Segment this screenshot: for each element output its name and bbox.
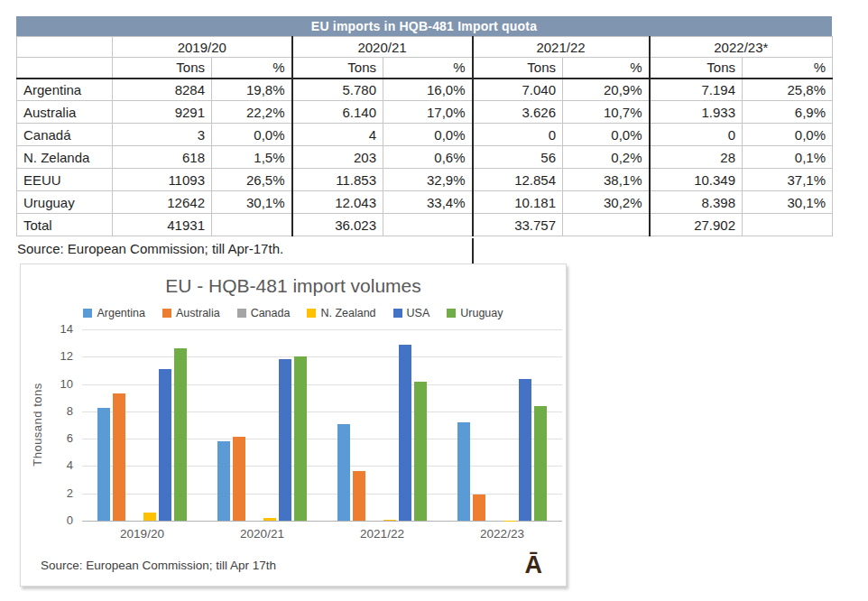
percent-cell: 30,1% — [212, 191, 292, 214]
row-label: Argentina — [17, 79, 113, 101]
tons-cell: 28 — [650, 146, 743, 169]
tons-header: Tons — [292, 58, 383, 79]
y-tick-label: 6 — [42, 431, 73, 445]
y-tick-label: 4 — [42, 458, 73, 472]
gridline — [82, 494, 562, 495]
gridline — [82, 329, 562, 330]
table-row-canad: Canadá30,0%40,0%00,0%00,0% — [17, 124, 833, 146]
legend-swatch-icon — [307, 309, 316, 318]
percent-cell: 0,0% — [212, 124, 292, 146]
percent-cell: 0,0% — [743, 124, 833, 146]
tons-header: Tons — [650, 58, 743, 79]
percent-cell: 10,7% — [563, 101, 650, 124]
chart-source-note: Source: European Commission; till Apr 17… — [41, 559, 276, 572]
tons-cell: 11.853 — [292, 169, 383, 191]
y-tick-label: 10 — [42, 377, 73, 391]
legend-item-australia: Australia — [162, 307, 220, 319]
tons-cell: 27.902 — [650, 214, 743, 236]
percent-cell: 0,6% — [383, 146, 473, 169]
bar-argentina-2019-20 — [97, 408, 110, 521]
bar-n-zealand-2021-22 — [383, 520, 396, 521]
bar-argentina-2022-23 — [457, 422, 470, 521]
a-macron-watermark: Ā — [525, 553, 543, 578]
import-volumes-chart: EU - HQB-481 import volumes ArgentinaAus… — [20, 264, 567, 587]
bar-australia-2019-20 — [113, 393, 125, 521]
-header: % — [563, 58, 650, 79]
percent-cell: 0,2% — [563, 146, 650, 169]
table-row-total: Total4193136.02333.75727.902 — [17, 214, 833, 236]
bar-usa-2022-23 — [519, 379, 531, 521]
bar-uruguay-2021-22 — [414, 382, 427, 521]
table-row-argentina: Argentina828419,8%5.78016,0%7.04020,9%7.… — [17, 79, 833, 101]
percent-cell: 0,0% — [563, 124, 650, 146]
tons-header: Tons — [473, 58, 563, 79]
table-source-note: Source: European Commission; till Apr-17… — [17, 241, 283, 256]
y-tick-label: 2 — [42, 486, 73, 500]
bar-uruguay-2020-21 — [294, 356, 307, 521]
tons-cell: 56 — [473, 146, 563, 169]
year-header-row: 2019/202020/212021/222022/23* — [17, 37, 833, 58]
y-axis-title: Thousand tons — [31, 353, 44, 497]
bar-n-zealand-2019-20 — [143, 513, 156, 521]
chart-title: EU - HQB-481 import volumes — [21, 275, 566, 297]
row-label: Australia — [17, 101, 113, 124]
tons-cell: 33.757 — [473, 214, 563, 236]
table-border-extension — [472, 238, 474, 264]
year-header-2019-20: 2019/20 — [113, 37, 292, 58]
tons-cell: 8.398 — [650, 191, 743, 214]
legend-label: Uruguay — [460, 307, 503, 319]
row-label: N. Zelanda — [17, 146, 113, 169]
tons-header: Tons — [113, 58, 212, 79]
bar-australia-2021-22 — [353, 471, 365, 521]
tons-cell: 9291 — [113, 101, 212, 124]
-header: % — [743, 58, 833, 79]
percent-cell: 25,8% — [743, 79, 833, 101]
legend-item-canada: Canada — [237, 307, 291, 319]
tons-cell: 10.349 — [650, 169, 743, 191]
gridline — [82, 356, 562, 357]
corner-cell — [17, 58, 113, 79]
legend-swatch-icon — [393, 309, 402, 318]
percent-cell: 30,1% — [743, 191, 833, 214]
legend-swatch-icon — [162, 309, 171, 318]
tons-cell: 6.140 — [292, 101, 383, 124]
corner-cell — [17, 37, 113, 58]
percent-cell: 19,8% — [212, 79, 292, 101]
legend-label: Australia — [176, 307, 220, 319]
tons-cell: 41931 — [113, 214, 212, 236]
tons-cell: 203 — [292, 146, 383, 169]
legend-item-uruguay: Uruguay — [447, 307, 503, 319]
year-header-2021-22: 2021/22 — [473, 37, 650, 58]
chart-legend: ArgentinaAustraliaCanadaN. ZealandUSAUru… — [21, 307, 566, 319]
legend-label: USA — [407, 307, 430, 319]
tons-cell: 12.854 — [473, 169, 563, 191]
percent-cell — [563, 214, 650, 236]
percent-cell: 38,1% — [563, 169, 650, 191]
legend-swatch-icon — [237, 309, 246, 318]
-header: % — [212, 58, 292, 79]
bar-australia-2022-23 — [473, 495, 485, 521]
row-label: Uruguay — [17, 191, 113, 214]
x-axis-labels: 2019/202020/212021/222022/23 — [82, 527, 562, 543]
legend-swatch-icon — [447, 309, 456, 318]
percent-cell: 26,5% — [212, 169, 292, 191]
legend-label: Canada — [251, 307, 291, 319]
percent-cell — [743, 214, 833, 236]
percent-cell: 0,1% — [743, 146, 833, 169]
gridline — [82, 384, 562, 385]
bar-usa-2021-22 — [399, 345, 411, 521]
percent-cell: 1,5% — [212, 146, 292, 169]
percent-cell — [383, 214, 473, 236]
percent-cell: 22,2% — [212, 101, 292, 124]
table-row-uruguay: Uruguay1264230,1%12.04333,4%10.18130,2%8… — [17, 191, 833, 214]
legend-swatch-icon — [83, 309, 92, 318]
legend-item-usa: USA — [393, 307, 430, 319]
tons-cell: 12.043 — [292, 191, 383, 214]
year-header-2022-23: 2022/23* — [650, 37, 833, 58]
table-row-n-zelanda: N. Zelanda6181,5%2030,6%560,2%280,1% — [17, 146, 833, 169]
percent-cell: 20,9% — [563, 79, 650, 101]
table-title: EU imports in HQB-481 Import quota — [16, 16, 832, 36]
import-quota-table: 2019/202020/212021/222022/23* Tons%Tons%… — [16, 36, 833, 236]
percent-cell: 17,0% — [383, 101, 473, 124]
y-tick-label: 12 — [42, 349, 73, 363]
